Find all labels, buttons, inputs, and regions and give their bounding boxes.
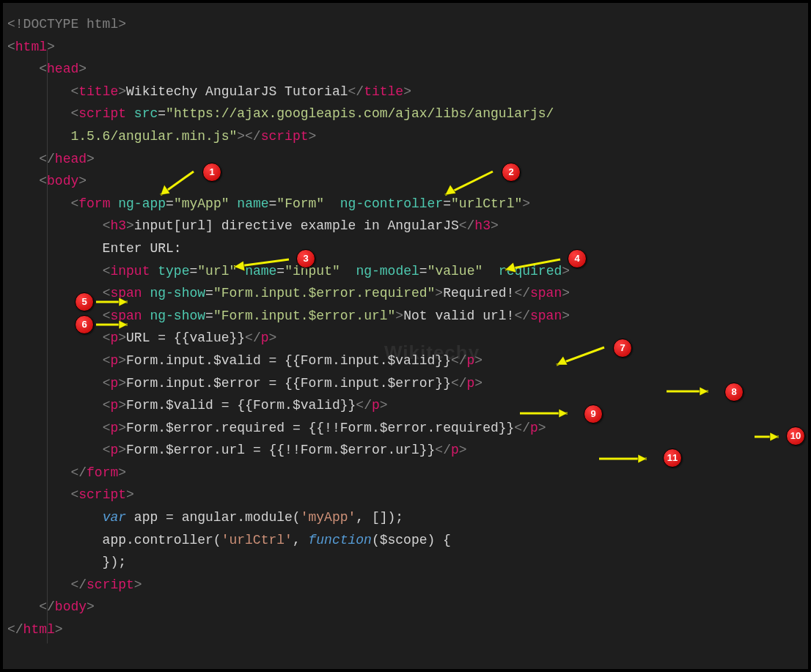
badge-9: 9 [584, 405, 603, 424]
badge-7: 7 [613, 339, 632, 358]
title-text: Wikitechy AngularJS Tutorial [126, 84, 348, 99]
badge-3: 3 [296, 249, 315, 268]
badge-2: 2 [502, 163, 521, 182]
code-screenshot: Wikitechy <!DOCTYPE html> <html> <head> … [0, 0, 811, 672]
code-block: <!DOCTYPE html> <html> <head> <title>Wik… [3, 3, 808, 651]
doctype: <!DOCTYPE html> [7, 17, 126, 32]
badge-5: 5 [75, 292, 94, 311]
badge-1: 1 [202, 163, 221, 182]
badge-11: 11 [663, 448, 682, 468]
badge-8: 8 [724, 383, 744, 402]
enter-url-label: Enter URL: [7, 241, 182, 256]
badge-4: 4 [568, 249, 587, 268]
badge-10: 10 [786, 427, 805, 446]
badge-6: 6 [75, 315, 94, 334]
